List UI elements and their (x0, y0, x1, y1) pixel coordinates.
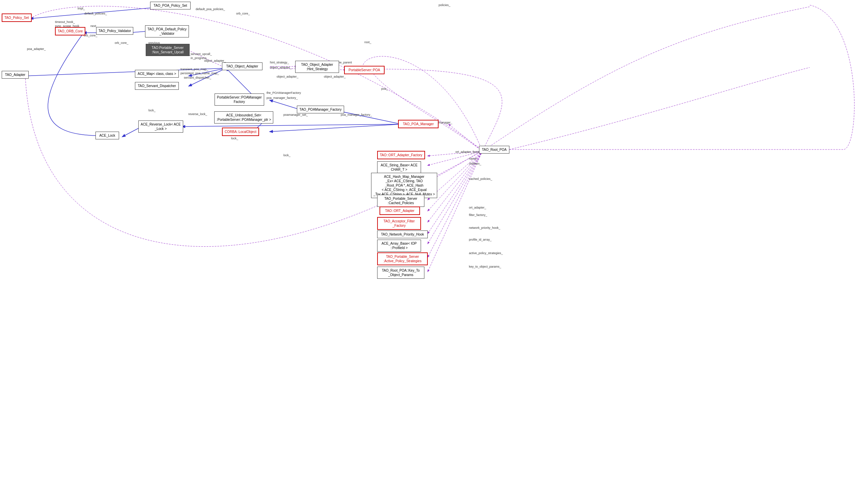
label-ort-adapter: ort_adapter_ (469, 206, 486, 209)
node-TAO-ORT-Adapter-Factory[interactable]: TAO::ORT_Adapter_Factory (377, 151, 425, 159)
label-policies: policies_ (439, 3, 450, 7)
label-orb-core-3: orb_core_ (236, 12, 250, 15)
label-reverse-lock: reverse_lock_ (188, 112, 207, 116)
label-timeout-hook: timeout_hook_ (55, 20, 75, 24)
label-default-policies: default_policies_ (84, 12, 107, 15)
label-name: name_ (469, 157, 478, 160)
diagram-container: { "nodes": [ {"id": "TAO_Policy_Set", "l… (0, 0, 868, 489)
node-TAO-Portable-Server-Active-Policy-Strategies[interactable]: TAO_Portable_Server:Active_Policy_Strate… (377, 252, 428, 265)
label-poa-manager-factory-2: poa_manager_factory_ (341, 113, 372, 116)
label-the-parent: the_parent (337, 61, 352, 64)
node-TAO-POA-Default-Policy-Validator[interactable]: TAO_POA_Default_Policy_Validator (145, 25, 189, 37)
label-lock-3: lock_ (283, 154, 290, 157)
node-TAO-POA-Manager[interactable]: TAO_POA_Manager (398, 120, 439, 128)
label-poamanager-set: poamanager_set_ (283, 113, 308, 116)
label-transient-poa-map: transient_poa_map_ (180, 67, 208, 71)
label-the-poa-manager-factory: the_POAManagerFactory (267, 91, 301, 94)
label-poa: poa_ (381, 87, 388, 90)
node-ACE-Array-Base-IOP-ProfileId[interactable]: ACE_Array_Base< IOP::ProfileId > (377, 240, 421, 252)
label-object-adapter-3: object_adapter_ (277, 75, 299, 78)
edges-svg (0, 0, 868, 489)
node-TAO-Root-POA-Key-To-Object-Params[interactable]: TAO_Root_POA::Key_To_Object_Params (377, 267, 424, 279)
svg-line-11 (182, 124, 401, 127)
node-TAO-Network-Priority-Hook[interactable]: TAO_Network_Priority_Hook (377, 230, 428, 238)
label-cached-policies: cached_policies_ (469, 177, 492, 181)
label-network-priority-hook: network_priority_hook_ (469, 226, 500, 229)
label-servant-dispatcher: servant_dispatcher_ (184, 76, 211, 79)
label-root: root_ (364, 40, 371, 44)
node-ACE-Lock[interactable]: ACE_Lock (95, 132, 119, 139)
label-key-to-object-params: key_to_object_params_ (469, 265, 501, 268)
label-object-adapter-2: object_adapter_ (270, 66, 292, 69)
node-TAO-Portable-Server-Non-Servant-Upcall[interactable]: TAO:Portable_Server:Non_Servant_Upcall (146, 44, 190, 56)
label-filter-factory: filter_factory_ (469, 213, 487, 217)
node-TAO-POA-Policy-Set[interactable]: TAO_POA_Policy_Set (150, 2, 191, 9)
node-TAO-Object-Adapter-Hint-Strategy[interactable]: TAO_Object_Adapter:Hint_Strategy (295, 61, 339, 73)
node-TAO-Policy-Validator[interactable]: TAO_Policy_Validator (96, 27, 133, 35)
label-default-poa-policies: default_poa_policies_ (196, 7, 225, 11)
label-poa-manager-factory-1: poa_manager_factory_ (267, 96, 298, 100)
label-lock-2: lock_ (231, 137, 238, 140)
label-in-progress: in_progress_ (191, 56, 208, 60)
node-PortableServer-POAManager-Factory[interactable]: PortableServer::POAManagerFactory (215, 93, 264, 106)
node-PortableServer-POA[interactable]: PortableServer::POA (344, 66, 385, 74)
node-TAO-Adapter[interactable]: TAO_Adapter (2, 71, 29, 79)
node-TAO-Policy-Set[interactable]: TAO_Policy_Set (2, 13, 32, 22)
label-object-adapter-4: object_adapter_ (324, 75, 346, 78)
label-orb-core-1: orb_core_ (84, 34, 97, 37)
label-hint-strategy: hint_strategy_ (270, 61, 289, 64)
node-TAO-Root-POA[interactable]: TAO_Root_POA (479, 146, 509, 154)
label-active-policy-strategies: active_policy_strategies_ (469, 251, 503, 255)
label-profile-id-array: profile_id_array_ (469, 238, 492, 241)
label-impl: impl_ (78, 7, 85, 10)
node-TAO-Object-Adapter[interactable]: TAO_Object_Adapter (222, 62, 262, 70)
label-orb-core-2: orb_core_ (115, 41, 129, 45)
node-TAO-ORT-Adapter[interactable]: TAO::ORT_Adapter (380, 207, 420, 215)
svg-line-25 (270, 124, 401, 132)
node-TAO-Acceptor-Filter-Factory[interactable]: TAO_Acceptor_Filter_Factory (377, 217, 421, 230)
label-poa-adapter: poa_adapter_ (27, 47, 46, 51)
node-ACE-Unbounded-Set[interactable]: ACE_Unbounded_Set<:PortableServer::POAMa… (214, 111, 273, 124)
node-TAO-Portable-Server-Cached-Policies[interactable]: TAO_Portable_Server:Cached_Policies (377, 195, 424, 207)
node-TAO-POAManager-Factory[interactable]: TAO_POAManager_Factory (297, 106, 344, 113)
node-ACE-Map-class-class[interactable]: ACE_Map< class, class > (135, 70, 179, 78)
node-CORBA-LocalObject[interactable]: CORBA::LocalObject (222, 128, 259, 136)
node-ACE-String-Base-ACE-CHAR-T[interactable]: ACE_String_Base< ACECHAR_T > (377, 161, 421, 173)
label-children: children_ (469, 162, 481, 165)
label-persistent-poa-name-map: persistent_poa_name_map_ (180, 72, 219, 75)
node-ACE-Reverse-Lock-ACE-Lock[interactable]: ACE_Reverse_Lock< ACE_Lock > (138, 120, 183, 133)
svg-line-9 (270, 100, 300, 110)
svg-line-10 (337, 111, 401, 124)
node-TAO-ORB-Core[interactable]: TAO_ORB_Core (55, 27, 85, 35)
label-lock-1: lock_ (148, 109, 156, 112)
node-TAO-Servant-Dispatcher[interactable]: TAO_Servant_Dispatcher (135, 82, 179, 90)
node-ACE-Hash-Map-Manager[interactable]: ACE_Hash_Map_Manager_Ex< ACE_CString, TA… (371, 173, 437, 198)
svg-line-26 (449, 124, 482, 151)
